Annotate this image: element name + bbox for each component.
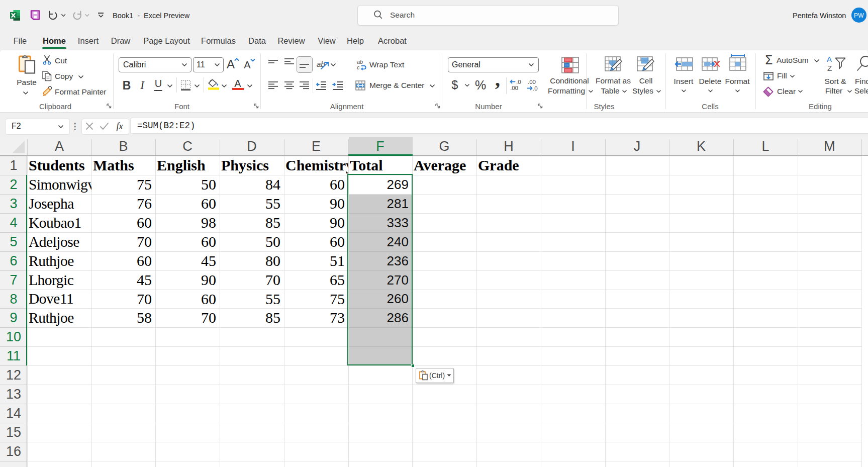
- svg-text:c: c: [357, 64, 360, 70]
- svg-text:.0: .0: [533, 85, 538, 91]
- svg-text:Z: Z: [827, 64, 832, 72]
- svg-text:A: A: [827, 55, 832, 63]
- svg-text:.0: .0: [516, 79, 521, 85]
- svg-text:.00: .00: [528, 79, 536, 85]
- svg-text:.00: .00: [510, 85, 518, 91]
